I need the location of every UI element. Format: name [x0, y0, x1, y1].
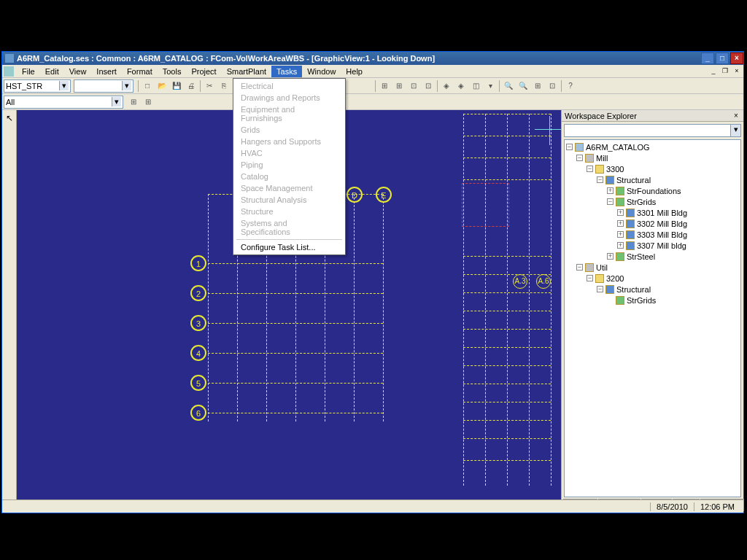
- tasks-item: HVAC: [233, 147, 345, 159]
- ws-combo[interactable]: ▾: [564, 124, 741, 137]
- close-button[interactable]: ×: [730, 52, 743, 64]
- tree-row[interactable]: −A6RM_CATALOG: [566, 141, 739, 152]
- configure-task-list[interactable]: Configure Task List...: [233, 241, 345, 253]
- help-button[interactable]: ?: [564, 79, 577, 93]
- menu-view[interactable]: View: [64, 66, 92, 77]
- mdi-restore[interactable]: ❐: [720, 67, 730, 76]
- gridline: [463, 329, 551, 330]
- tool-button[interactable]: ⊞: [378, 79, 391, 93]
- tool-button[interactable]: ◈: [454, 79, 468, 93]
- expand-icon[interactable]: +: [617, 220, 624, 227]
- collapse-icon[interactable]: −: [587, 166, 593, 172]
- tasks-item: Hangers and Supports: [233, 136, 345, 147]
- print-button[interactable]: 🖨: [185, 79, 198, 93]
- expand-icon[interactable]: +: [607, 253, 614, 260]
- tool-button[interactable]: ⊡: [422, 79, 435, 93]
- layer-combo[interactable]: HST_STR ▾: [4, 79, 71, 93]
- window-title: A6RM_Catalog.ses : Common : A6RM_CATALOG…: [17, 54, 435, 63]
- tree-row[interactable]: +StrSteel: [566, 251, 739, 262]
- cut-button[interactable]: ✂: [203, 79, 216, 93]
- collapse-icon[interactable]: −: [566, 144, 573, 150]
- tree-row[interactable]: +StrFoundations: [566, 185, 739, 196]
- tool-button[interactable]: ◈: [440, 79, 453, 93]
- tree-row[interactable]: −Structural: [566, 174, 739, 185]
- copy-button[interactable]: ⎘: [217, 79, 231, 93]
- ws-tree[interactable]: −A6RM_CATALOG−Mill−3300−Structural+StrFo…: [564, 139, 741, 497]
- tree-row[interactable]: +3303 Mill Bldg: [566, 229, 739, 240]
- menu-help[interactable]: Help: [341, 66, 368, 77]
- expand-icon[interactable]: +: [617, 231, 624, 238]
- tree-row[interactable]: −Mill: [566, 152, 739, 163]
- menu-project[interactable]: Project: [186, 66, 221, 77]
- menu-window[interactable]: Window: [302, 66, 341, 77]
- tasks-item: Systems and Specifications: [233, 217, 345, 238]
- tool-button[interactable]: ▾: [484, 79, 497, 93]
- node-icon: [595, 274, 604, 283]
- tool-button[interactable]: ◫: [469, 79, 482, 93]
- minimize-button[interactable]: _: [701, 52, 714, 64]
- maximize-button[interactable]: □: [716, 52, 729, 64]
- titlebar: A6RM_Catalog.ses : Common : A6RM_CATALOG…: [2, 52, 743, 65]
- gridline: [463, 420, 551, 421]
- row-marker: 4: [190, 345, 206, 361]
- gridline: [463, 311, 551, 311]
- gridline: [463, 292, 551, 293]
- pointer-tool[interactable]: ↖: [4, 113, 15, 125]
- expand-icon[interactable]: +: [607, 187, 614, 194]
- collapse-icon[interactable]: −: [576, 264, 583, 271]
- menu-insert[interactable]: Insert: [91, 66, 122, 77]
- collapse-icon[interactable]: −: [607, 198, 614, 205]
- expand-icon[interactable]: +: [617, 242, 624, 249]
- layer-combo-value: HST_STR: [6, 82, 42, 90]
- row-marker: 5: [190, 375, 206, 391]
- menu-format[interactable]: Format: [122, 66, 158, 77]
- expand-icon[interactable]: +: [617, 209, 624, 216]
- collapse-icon[interactable]: −: [587, 275, 593, 281]
- tree-row[interactable]: −Util: [566, 262, 739, 273]
- menu-tasks[interactable]: Tasks: [271, 66, 302, 77]
- zoom-button[interactable]: ⊡: [546, 79, 559, 93]
- filter-button[interactable]: ⊞: [142, 96, 155, 109]
- tree-row[interactable]: StrGrids: [566, 295, 739, 306]
- tool-palette: ↖: [2, 110, 17, 513]
- axis-indicator: [549, 116, 550, 145]
- node-icon: [585, 263, 594, 272]
- node-label: Structural: [616, 176, 651, 184]
- tree-row[interactable]: −3200: [566, 273, 739, 284]
- tool-button[interactable]: ⊞: [392, 79, 406, 93]
- collapse-icon[interactable]: −: [576, 155, 583, 161]
- zoom-button[interactable]: 🔍: [516, 79, 530, 93]
- filter-button[interactable]: ⊞: [127, 96, 140, 109]
- node-icon: [585, 154, 594, 163]
- open-button[interactable]: 📂: [155, 79, 169, 93]
- col-marker: D: [347, 187, 363, 203]
- gridline: [463, 347, 551, 348]
- menu-smartplant[interactable]: SmartPlant: [222, 66, 271, 77]
- menu-file[interactable]: File: [17, 66, 40, 77]
- mdi-minimize[interactable]: _: [708, 67, 719, 76]
- tree-row[interactable]: +3307 Mill bldg: [566, 240, 739, 251]
- app-menu-icon[interactable]: [4, 66, 14, 77]
- mdi-close[interactable]: ×: [732, 67, 742, 76]
- second-combo[interactable]: ▾: [74, 79, 133, 93]
- new-button[interactable]: □: [141, 79, 154, 93]
- menu-edit[interactable]: Edit: [40, 66, 64, 77]
- menu-tools[interactable]: Tools: [158, 66, 187, 77]
- node-icon: [595, 165, 604, 174]
- close-icon[interactable]: ×: [732, 112, 740, 120]
- collapse-icon[interactable]: −: [597, 176, 603, 183]
- save-button[interactable]: 💾: [170, 79, 183, 93]
- tree-row[interactable]: −Structural: [566, 284, 739, 295]
- tree-row[interactable]: −3300: [566, 163, 739, 174]
- tree-row[interactable]: +3302 Mill Bldg: [566, 218, 739, 229]
- tree-row[interactable]: +3301 Mill Bldg: [566, 207, 739, 218]
- tasks-item: Drawings and Reports: [233, 92, 345, 104]
- gridline: [463, 158, 551, 158]
- collapse-icon[interactable]: −: [597, 286, 603, 292]
- tool-button[interactable]: ⊡: [407, 79, 420, 93]
- tree-row[interactable]: −StrGrids: [566, 196, 739, 207]
- filter-combo[interactable]: All ▾: [4, 96, 123, 109]
- zoom-button[interactable]: ⊞: [531, 79, 544, 93]
- gridline: [463, 274, 551, 275]
- zoom-button[interactable]: 🔍: [502, 79, 515, 93]
